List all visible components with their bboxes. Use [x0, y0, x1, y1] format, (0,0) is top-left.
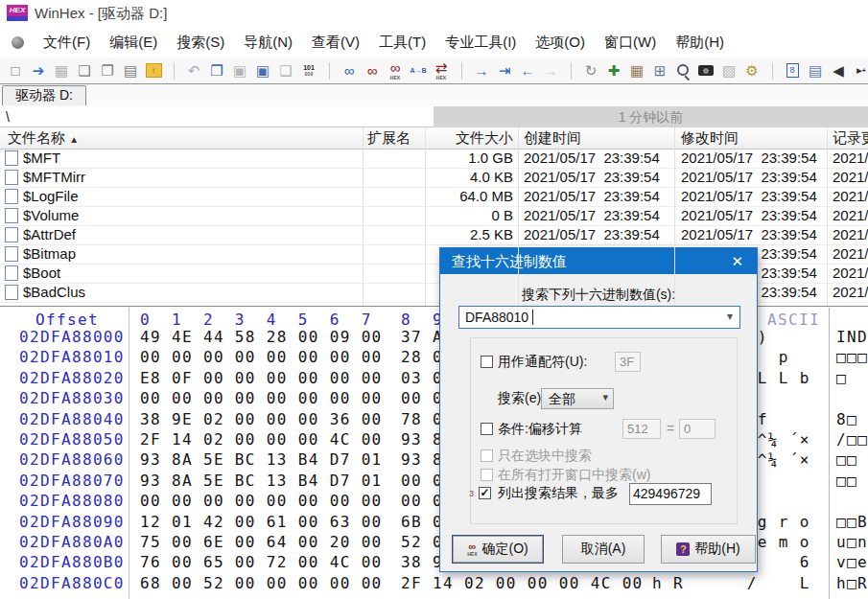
hex-row-ascii-secondary[interactable]: □□ — [836, 472, 857, 491]
hex-row-offset[interactable]: 02DFA88020 — [19, 369, 125, 388]
file-row[interactable]: $AttrDef2.5 KB2021/05/17 23:39:542021/05… — [0, 225, 868, 245]
hex-row-offset[interactable]: 02DFA880C0 — [19, 574, 125, 593]
menu-item[interactable]: 查看(V) — [302, 32, 369, 54]
menu-item[interactable]: 帮助(H) — [666, 32, 734, 54]
camera-icon[interactable] — [694, 59, 717, 82]
hex-row-ascii-secondary[interactable]: □ — [836, 369, 847, 388]
menu-item[interactable]: 工具(T) — [369, 32, 435, 54]
file-row[interactable]: $LogFile64.0 MB2021/05/17 23:39:542021/0… — [0, 187, 868, 207]
max-results-field[interactable]: 429496729 — [629, 483, 712, 505]
hex-row-offset[interactable]: 02DFA880A0 — [19, 533, 125, 552]
menu-item[interactable]: 文件(F) — [34, 32, 100, 54]
text-convert-icon[interactable]: A→B — [407, 59, 430, 82]
save-icon[interactable]: ▦ — [50, 59, 73, 82]
hex-row-ascii-secondary[interactable]: v□e — [836, 553, 868, 572]
paste-icon[interactable]: ▣ — [228, 59, 251, 82]
ram-editor-icon[interactable]: ▦ — [625, 59, 648, 82]
hex-row-offset[interactable]: 02DFA88060 — [19, 450, 125, 470]
menu-item[interactable]: 窗口(W) — [595, 32, 666, 54]
print-icon[interactable]: ❐ — [96, 59, 119, 82]
hex-row-bytes-low[interactable]: 68 00 52 00 00 00 00 00 — [140, 574, 383, 593]
hex-row-bytes-low[interactable]: 49 4E 44 58 28 00 09 00 — [140, 328, 383, 347]
forward-icon[interactable]: → — [539, 59, 562, 82]
menu-item[interactable]: 搜索(S) — [167, 32, 234, 54]
close-icon[interactable]: ✕ — [725, 248, 749, 274]
binary-icon[interactable]: 101010 — [297, 59, 320, 82]
hex-row-offset[interactable]: 02DFA88030 — [19, 389, 125, 408]
file-row[interactable]: ...$MFT1.0 GB2021/05/17 23:39:542021/05/… — [0, 149, 868, 169]
hex-row-ascii-secondary[interactable]: □□B — [836, 513, 868, 532]
column-divider[interactable] — [363, 127, 364, 306]
print-preview-icon[interactable]: ❏ — [73, 59, 96, 82]
open-folder-icon[interactable]: ↑ — [142, 59, 165, 82]
hex-row-bytes-low[interactable]: 00 00 00 00 00 00 00 00 — [140, 492, 383, 511]
condition-divisor-field[interactable]: 512 — [622, 419, 661, 439]
open-file-icon[interactable]: ➔ — [27, 59, 50, 82]
hex-row-ascii-secondary[interactable]: □□ — [836, 450, 857, 470]
menu-item[interactable]: 编辑(E) — [100, 32, 167, 54]
help-button[interactable]: ? 帮助(H) — [661, 535, 756, 564]
add-disk-icon[interactable]: ✚ — [602, 59, 625, 82]
hex-row-offset[interactable]: 02DFA88090 — [19, 513, 125, 532]
hex-row-offset[interactable]: 02DFA88050 — [19, 430, 125, 449]
hex-row-bytes-low[interactable]: 93 8A 5E BC 13 B4 D7 01 — [140, 472, 383, 491]
hex-row-bytes-low[interactable]: 2F 14 02 00 00 00 4C 00 — [140, 430, 383, 449]
hex-row-bytes-low[interactable]: 00 00 00 00 00 00 00 00 — [140, 389, 383, 408]
magnifier-icon[interactable] — [671, 59, 694, 82]
hex-row-offset[interactable]: 02DFA88070 — [19, 472, 125, 491]
column-header-name[interactable]: 文件名称 ▲ — [8, 129, 79, 148]
new-file-icon[interactable]: □ — [4, 59, 27, 82]
search-scope-dropdown[interactable]: 全部 ▾ — [541, 388, 614, 409]
menu-item[interactable]: 导航(N) — [234, 32, 302, 54]
hex-row-bytes-low[interactable]: 00 00 00 00 00 00 00 00 — [140, 348, 383, 367]
column-divider[interactable] — [827, 127, 828, 306]
file-row[interactable]: $Volume0 B2021/05/17 23:39:542021/05/17 … — [0, 206, 868, 226]
column-header-modified[interactable]: 修改时间 — [681, 129, 739, 148]
copy-block-icon[interactable]: ❑ — [274, 59, 297, 82]
cancel-button[interactable]: 取消(A) — [562, 535, 645, 564]
hex-row-ascii[interactable]: h R / L — [652, 574, 821, 593]
undo-icon[interactable]: ↶ — [182, 59, 205, 82]
column-header-size[interactable]: 文件大小 — [425, 129, 513, 148]
chevron-down-icon[interactable]: ▾ — [727, 310, 733, 323]
hex-row-ascii-secondary[interactable]: □□□ — [836, 348, 868, 367]
column-header-ext[interactable]: 扩展名 — [367, 129, 411, 148]
file-row[interactable]: $MFTMirr4.0 KB2021/05/17 23:39:542021/05… — [0, 168, 868, 188]
goto-page-icon[interactable]: ⇥ — [493, 59, 516, 82]
menu-item[interactable]: 专业工具(I) — [435, 32, 526, 54]
refresh-drive-icon[interactable]: ↻ — [579, 59, 602, 82]
hex-row-offset[interactable]: 02DFA88040 — [19, 410, 125, 429]
find-hex-icon[interactable]: ∞HEX — [384, 59, 407, 82]
hex-row-bytes-low[interactable]: 93 8A 5E BC 13 B4 D7 01 — [140, 450, 383, 470]
hex-row-bytes-low[interactable]: 76 00 65 00 72 00 4C 00 — [140, 553, 383, 572]
hex-row-bytes-high[interactable]: 2F 14 02 00 00 00 4C 00 — [401, 574, 644, 593]
hex-row-ascii-secondary[interactable]: u□n — [836, 533, 868, 552]
properties-icon[interactable]: ▤ — [119, 59, 142, 82]
find-data-icon[interactable]: ∞ — [361, 59, 384, 82]
hex-row-ascii-secondary[interactable]: IND — [836, 328, 868, 347]
hex-row-ascii-secondary[interactable]: /□□ — [836, 430, 868, 449]
hex-row-offset[interactable]: 02DFA88010 — [19, 348, 125, 367]
hex-row-offset[interactable]: 02DFA880B0 — [19, 553, 125, 572]
document-system-icon[interactable] — [12, 36, 24, 49]
next-window-icon[interactable]: ▶+ — [850, 59, 868, 82]
condition-remainder-field[interactable]: 0 — [679, 419, 716, 439]
wildcard-char-field[interactable]: 3F — [615, 352, 641, 372]
menu-item[interactable]: 选项(O) — [526, 32, 595, 54]
clipboard-icon[interactable]: ▣ — [251, 59, 274, 82]
column-divider[interactable] — [674, 127, 675, 306]
tab-drive-d[interactable]: 驱动器 D: — [2, 85, 86, 105]
goto-offset-icon[interactable]: → — [470, 59, 493, 82]
hex-convert-icon[interactable]: ⇄HEX — [430, 59, 453, 82]
find-text-icon[interactable]: ∞ — [338, 59, 361, 82]
wildcard-checkbox[interactable] — [481, 356, 493, 368]
current-path[interactable]: \ — [0, 106, 434, 127]
condition-checkbox[interactable] — [481, 423, 493, 435]
column-divider[interactable] — [518, 127, 519, 306]
hex-row-bytes-low[interactable]: E8 0F 00 00 00 00 00 00 — [140, 369, 383, 388]
search-value-combobox[interactable]: DFA88010 ▾ — [458, 306, 740, 329]
hex-row-ascii-secondary[interactable]: 8□ — [836, 410, 857, 429]
gallery-icon[interactable]: ▨ — [717, 59, 740, 82]
details-panel-icon[interactable]: ▤ — [804, 59, 827, 82]
hex-row-offset[interactable]: 02DFA88000 — [19, 328, 125, 347]
